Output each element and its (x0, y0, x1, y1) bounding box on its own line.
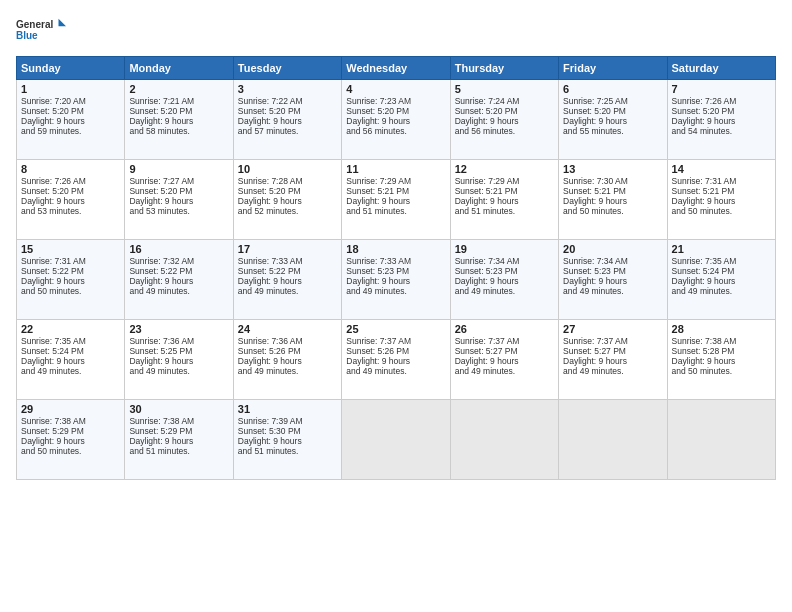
day-info: Sunset: 5:21 PM (346, 186, 445, 196)
day-number: 24 (238, 323, 337, 335)
calendar-cell: 14Sunrise: 7:31 AMSunset: 5:21 PMDayligh… (667, 160, 775, 240)
calendar-cell: 30Sunrise: 7:38 AMSunset: 5:29 PMDayligh… (125, 400, 233, 480)
day-info: Sunrise: 7:22 AM (238, 96, 337, 106)
day-number: 12 (455, 163, 554, 175)
day-info: and 50 minutes. (21, 446, 120, 456)
day-info: and 49 minutes. (21, 366, 120, 376)
day-number: 7 (672, 83, 771, 95)
day-info: Sunrise: 7:33 AM (238, 256, 337, 266)
day-number: 8 (21, 163, 120, 175)
day-info: and 51 minutes. (455, 206, 554, 216)
calendar-cell (559, 400, 667, 480)
day-info: Daylight: 9 hours (455, 196, 554, 206)
calendar-cell: 3Sunrise: 7:22 AMSunset: 5:20 PMDaylight… (233, 80, 341, 160)
day-number: 4 (346, 83, 445, 95)
day-info: Sunrise: 7:26 AM (21, 176, 120, 186)
calendar-cell: 7Sunrise: 7:26 AMSunset: 5:20 PMDaylight… (667, 80, 775, 160)
day-info: Sunrise: 7:39 AM (238, 416, 337, 426)
day-number: 23 (129, 323, 228, 335)
day-info: Sunset: 5:24 PM (672, 266, 771, 276)
day-info: Daylight: 9 hours (346, 116, 445, 126)
day-info: and 49 minutes. (563, 286, 662, 296)
calendar-cell: 12Sunrise: 7:29 AMSunset: 5:21 PMDayligh… (450, 160, 558, 240)
day-info: Sunrise: 7:33 AM (346, 256, 445, 266)
page-header: General Blue (16, 12, 776, 48)
day-number: 22 (21, 323, 120, 335)
day-info: Sunset: 5:27 PM (455, 346, 554, 356)
day-number: 15 (21, 243, 120, 255)
day-info: Daylight: 9 hours (346, 196, 445, 206)
calendar-cell (667, 400, 775, 480)
day-number: 28 (672, 323, 771, 335)
day-info: Sunset: 5:20 PM (21, 106, 120, 116)
day-number: 1 (21, 83, 120, 95)
day-info: Sunset: 5:20 PM (21, 186, 120, 196)
day-info: Sunrise: 7:36 AM (129, 336, 228, 346)
day-info: Daylight: 9 hours (238, 276, 337, 286)
day-info: Daylight: 9 hours (455, 116, 554, 126)
day-info: and 51 minutes. (129, 446, 228, 456)
day-info: and 55 minutes. (563, 126, 662, 136)
day-info: Sunrise: 7:34 AM (455, 256, 554, 266)
day-info: Daylight: 9 hours (21, 196, 120, 206)
day-info: Sunset: 5:29 PM (21, 426, 120, 436)
calendar-cell: 9Sunrise: 7:27 AMSunset: 5:20 PMDaylight… (125, 160, 233, 240)
day-info: Sunrise: 7:37 AM (455, 336, 554, 346)
col-header-saturday: Saturday (667, 57, 775, 80)
day-info: and 50 minutes. (21, 286, 120, 296)
day-info: Daylight: 9 hours (129, 356, 228, 366)
day-info: Daylight: 9 hours (563, 196, 662, 206)
day-info: and 52 minutes. (238, 206, 337, 216)
calendar-cell: 5Sunrise: 7:24 AMSunset: 5:20 PMDaylight… (450, 80, 558, 160)
calendar-cell: 15Sunrise: 7:31 AMSunset: 5:22 PMDayligh… (17, 240, 125, 320)
day-info: Daylight: 9 hours (21, 356, 120, 366)
day-info: Sunset: 5:21 PM (672, 186, 771, 196)
day-info: Sunset: 5:27 PM (563, 346, 662, 356)
day-info: and 49 minutes. (563, 366, 662, 376)
day-info: Daylight: 9 hours (455, 276, 554, 286)
day-info: and 49 minutes. (346, 286, 445, 296)
day-info: Sunset: 5:22 PM (238, 266, 337, 276)
day-info: Sunrise: 7:20 AM (21, 96, 120, 106)
day-info: Sunset: 5:21 PM (563, 186, 662, 196)
day-info: Sunrise: 7:35 AM (21, 336, 120, 346)
svg-text:General: General (16, 19, 53, 30)
day-info: Daylight: 9 hours (672, 196, 771, 206)
day-info: and 49 minutes. (238, 286, 337, 296)
calendar-cell: 28Sunrise: 7:38 AMSunset: 5:28 PMDayligh… (667, 320, 775, 400)
calendar-cell: 8Sunrise: 7:26 AMSunset: 5:20 PMDaylight… (17, 160, 125, 240)
day-info: Daylight: 9 hours (129, 276, 228, 286)
day-info: Daylight: 9 hours (238, 356, 337, 366)
day-info: Daylight: 9 hours (672, 276, 771, 286)
calendar-cell: 22Sunrise: 7:35 AMSunset: 5:24 PMDayligh… (17, 320, 125, 400)
svg-text:Blue: Blue (16, 30, 38, 41)
week-row-3: 15Sunrise: 7:31 AMSunset: 5:22 PMDayligh… (17, 240, 776, 320)
col-header-wednesday: Wednesday (342, 57, 450, 80)
day-info: Daylight: 9 hours (129, 196, 228, 206)
day-number: 18 (346, 243, 445, 255)
day-info: Sunrise: 7:38 AM (672, 336, 771, 346)
calendar-cell (342, 400, 450, 480)
day-number: 29 (21, 403, 120, 415)
day-info: Sunrise: 7:38 AM (21, 416, 120, 426)
day-info: and 56 minutes. (346, 126, 445, 136)
day-info: Sunset: 5:23 PM (563, 266, 662, 276)
calendar-cell: 13Sunrise: 7:30 AMSunset: 5:21 PMDayligh… (559, 160, 667, 240)
day-info: Sunset: 5:30 PM (238, 426, 337, 436)
day-info: Sunset: 5:23 PM (346, 266, 445, 276)
day-info: Daylight: 9 hours (238, 436, 337, 446)
day-info: and 49 minutes. (129, 286, 228, 296)
day-info: and 53 minutes. (129, 206, 228, 216)
day-info: Daylight: 9 hours (672, 116, 771, 126)
week-row-2: 8Sunrise: 7:26 AMSunset: 5:20 PMDaylight… (17, 160, 776, 240)
day-info: Sunset: 5:24 PM (21, 346, 120, 356)
col-header-monday: Monday (125, 57, 233, 80)
day-number: 3 (238, 83, 337, 95)
calendar-cell: 6Sunrise: 7:25 AMSunset: 5:20 PMDaylight… (559, 80, 667, 160)
day-number: 11 (346, 163, 445, 175)
calendar-header-row: SundayMondayTuesdayWednesdayThursdayFrid… (17, 57, 776, 80)
calendar-cell: 31Sunrise: 7:39 AMSunset: 5:30 PMDayligh… (233, 400, 341, 480)
day-info: Daylight: 9 hours (455, 356, 554, 366)
day-info: Sunrise: 7:31 AM (21, 256, 120, 266)
day-info: Daylight: 9 hours (238, 196, 337, 206)
